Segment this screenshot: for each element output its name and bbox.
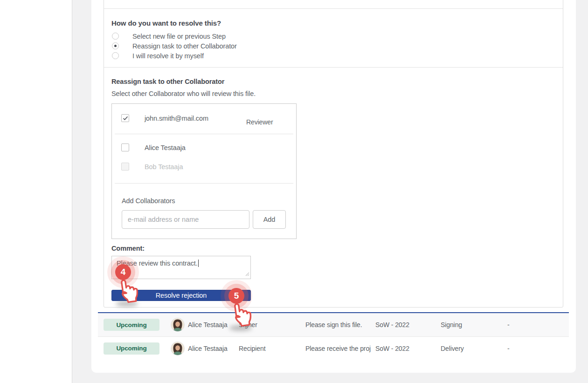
status-badge: Upcoming bbox=[104, 319, 159, 331]
radio-option-label: I will resolve it by myself bbox=[132, 52, 204, 60]
workflow-stage: Delivery bbox=[441, 345, 464, 352]
collaborator-name: Bob Testaaja bbox=[145, 163, 183, 171]
comment-text: Please review this contract. bbox=[117, 260, 198, 267]
reassign-section-subtitle: Select other Collaborator who will revie… bbox=[111, 90, 256, 97]
radio-icon-selected[interactable] bbox=[112, 42, 119, 49]
collaborator-name: Alice Testaaja bbox=[188, 321, 228, 328]
collaborator-list-box: john.smith@mail.com Reviewer Alice Testa… bbox=[111, 103, 297, 239]
collaborator-name: Alice Testaaja bbox=[145, 144, 186, 151]
status-badge: Upcoming bbox=[104, 342, 159, 355]
radio-option-label: Select new file or previous Step bbox=[132, 33, 226, 40]
due-value: - bbox=[507, 345, 510, 352]
divider bbox=[115, 183, 293, 184]
document-name: SoW - 2022 bbox=[375, 321, 409, 328]
add-collaborator-button[interactable]: Add bbox=[253, 210, 286, 229]
avatar bbox=[171, 342, 184, 355]
radio-icon[interactable] bbox=[112, 33, 119, 40]
reassign-section-title: Reassign task to other Collaborator bbox=[111, 78, 224, 85]
avatar bbox=[171, 318, 184, 331]
text-cursor bbox=[198, 260, 199, 267]
add-collaborators-label: Add Collaborators bbox=[122, 197, 175, 205]
tap-hand-cursor-icon bbox=[113, 275, 143, 308]
resize-grip-icon[interactable] bbox=[245, 270, 249, 278]
radio-icon[interactable] bbox=[112, 52, 119, 59]
collaborator-row-john[interactable]: john.smith@mail.com bbox=[121, 114, 208, 122]
table-row[interactable]: Upcoming Alice Testaaja Signer Please si… bbox=[98, 313, 569, 336]
due-value: - bbox=[507, 321, 510, 328]
checkbox-unchecked-icon[interactable] bbox=[121, 144, 129, 151]
collaborator-name: Alice Testaaja bbox=[188, 345, 228, 352]
divider bbox=[104, 8, 563, 9]
collaborator-email-input[interactable] bbox=[122, 210, 249, 229]
radio-option-resolve-myself[interactable]: I will resolve it by myself bbox=[112, 51, 204, 61]
radio-option-reassign-task[interactable]: Reassign task to other Collaborator bbox=[112, 41, 237, 51]
task-message: Please receive the proj bbox=[305, 345, 371, 352]
comment-textarea[interactable]: Please review this contract. bbox=[111, 256, 251, 279]
task-message: Please sign this file. bbox=[305, 321, 362, 328]
comment-label: Comment: bbox=[111, 245, 145, 252]
collaborator-role: Reviewer bbox=[246, 118, 273, 126]
document-name: SoW - 2022 bbox=[375, 345, 409, 352]
divider bbox=[115, 134, 293, 134]
collaborator-row-alice[interactable]: Alice Testaaja bbox=[121, 144, 186, 151]
radio-option-label: Reassign task to other Collaborator bbox=[132, 42, 237, 50]
tap-hand-cursor-icon bbox=[226, 299, 256, 332]
collaborator-name: john.smith@mail.com bbox=[145, 115, 208, 122]
resolve-question-title: How do you want to resolve this? bbox=[111, 19, 221, 27]
collaborator-row-bob: Bob Testaaja bbox=[121, 163, 183, 171]
radio-option-select-new-file[interactable]: Select new file or previous Step bbox=[112, 31, 226, 41]
workflow-stage: Signing bbox=[441, 321, 462, 328]
table-row[interactable]: Upcoming Alice Testaaja Recipient Please… bbox=[98, 336, 569, 360]
divider bbox=[104, 67, 563, 68]
collaborator-role: Recipient bbox=[239, 345, 265, 352]
page: How do you want to resolve this? Select … bbox=[0, 0, 588, 383]
checkbox-disabled-icon bbox=[121, 163, 129, 171]
resolve-rejection-card: How do you want to resolve this? Select … bbox=[104, 0, 563, 308]
checkbox-checked-icon[interactable] bbox=[121, 114, 129, 122]
